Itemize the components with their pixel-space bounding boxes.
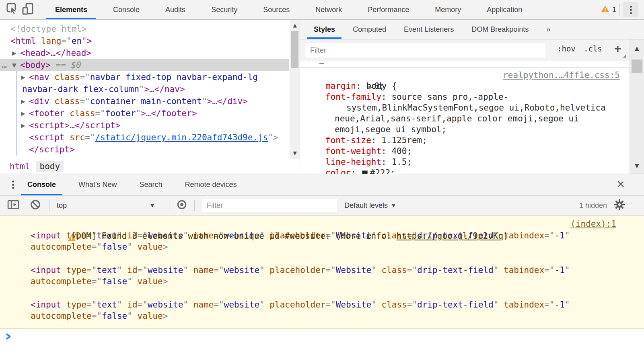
close-drawer-button[interactable] (616, 180, 625, 190)
tab-network[interactable]: Network (307, 0, 351, 19)
tab-security[interactable]: Security (202, 0, 246, 19)
code-token: =" (407, 300, 417, 310)
inspect-element-button[interactable] (5, 2, 20, 17)
color-swatch[interactable] (362, 170, 368, 174)
css-source-link[interactable]: realpython.…4ff1e.css:5 (503, 70, 620, 81)
console-element-preview[interactable]: <input type="text" id="website" name="we… (0, 299, 644, 322)
styles-scrollbar[interactable]: ▲ ▼ (630, 39, 644, 174)
dom-tree-row[interactable]: navbar-dark flex-column">…</nav> (0, 83, 300, 95)
code-token: autocomplete (31, 277, 92, 286)
log-levels-dropdown[interactable]: Default levels ▼ (344, 196, 395, 215)
live-expression-button[interactable] (176, 196, 187, 215)
tree-collapse-arrow-icon[interactable]: ▶ (21, 107, 25, 119)
tab-console[interactable]: Console (104, 0, 148, 19)
drawer-tab-search[interactable]: Search (133, 174, 169, 195)
code-token: =" (544, 300, 554, 310)
clear-console-button[interactable] (30, 196, 41, 215)
css-declaration[interactable]: line-height: 1.5; (300, 157, 630, 168)
code-token: " (127, 311, 132, 321)
code-token: =" (92, 242, 102, 252)
css-declaration[interactable]: emoji,segoe ui symbol; (300, 124, 630, 135)
toggle-element-state-button[interactable]: :hov (557, 44, 576, 53)
styles-pane: body { realpython.…4ff1e.css:5 margin: ▶… (300, 61, 630, 174)
console-settings-button[interactable] (614, 196, 625, 215)
tree-collapse-arrow-icon[interactable]: ▶ (12, 47, 16, 59)
code-token: name (188, 265, 214, 275)
show-console-sidebar-button[interactable] (7, 196, 19, 215)
devtools-menu-button[interactable] (623, 2, 638, 17)
css-colon: : (351, 168, 361, 174)
element-classes-button[interactable]: .cls (584, 44, 602, 53)
css-declaration[interactable]: margin: ▶0; (300, 81, 630, 92)
console-filter-input[interactable] (202, 199, 337, 212)
tab-audits[interactable]: Audits (156, 0, 194, 19)
issues-warning-badge[interactable]: 1 (601, 5, 616, 14)
css-declaration[interactable]: font-weight: 400; (300, 146, 630, 157)
console-element-preview[interactable]: <input type="text" id="website" name="we… (0, 265, 644, 287)
dom-tree-row[interactable]: </script> (0, 144, 300, 156)
javascript-context-selector[interactable]: top ▼ (57, 196, 160, 215)
dom-tree-row[interactable]: ▶<div class="container main-content">…</… (0, 95, 300, 107)
drawer-tab-remote-devices[interactable]: Remote devices (179, 174, 243, 195)
new-style-rule-button[interactable]: + (614, 42, 621, 55)
dom-tree-row[interactable]: ▶<script>…</script> (0, 119, 300, 131)
drawer-menu-button[interactable] (5, 174, 21, 195)
expand-value-arrow-icon[interactable]: ▶ (366, 84, 374, 90)
sidebar-tab-event-listeners[interactable]: Event Listeners (397, 20, 460, 39)
tab-application[interactable]: Application (478, 0, 531, 19)
drawer-tab-what-s-new[interactable]: What's New (72, 174, 123, 195)
sidebar-tab-dom-breakpoints[interactable]: DOM Breakpoints (465, 20, 535, 39)
chevron-down-icon: ▼ (392, 203, 395, 208)
dom-tree-row[interactable]: ▶<nav class="navbar fixed-top navbar-exp… (0, 71, 300, 83)
code-token: drip-text-field (417, 300, 494, 310)
breadcrumb-item-body[interactable]: body (36, 161, 64, 172)
code-token: class (377, 265, 407, 275)
gear-icon (614, 199, 625, 212)
scroll-up-arrow-icon[interactable]: ▲ (630, 45, 644, 51)
scrollbar-thumb[interactable] (632, 59, 642, 73)
dom-tree-row[interactable]: <!doctype html> (0, 23, 300, 35)
tab-performance[interactable]: Performance (359, 0, 418, 19)
scrollbar-thumb[interactable] (291, 31, 298, 68)
console-source-link[interactable]: (index):1 (570, 218, 616, 230)
tab-memory[interactable]: Memory (426, 0, 470, 19)
dom-tree-row[interactable]: …▼<body> == $0 (0, 59, 289, 71)
overflow-menu-dots-icon[interactable]: … (2, 59, 7, 71)
tree-collapse-arrow-icon[interactable]: ▶ (21, 71, 25, 83)
code-token[interactable]: /static/jquery.min.220afd743d9e.js (95, 133, 268, 142)
css-declaration[interactable]: neue,Arial,sans-serif,apple color emoji,… (300, 113, 630, 124)
css-selector-line[interactable]: body { realpython.…4ff1e.css:5 (300, 70, 630, 81)
code-token: " (565, 265, 570, 275)
css-declaration[interactable]: font-size: 1.125rem; (300, 135, 630, 146)
breadcrumb-item-html[interactable]: html (6, 161, 34, 172)
drawer-tab-console[interactable]: Console (21, 174, 62, 195)
dom-tree-row[interactable]: ▶<head>…</head> (0, 47, 300, 59)
sidebar-tab-computed[interactable]: Computed (346, 20, 393, 39)
sidebar-tab-styles[interactable]: Styles (307, 20, 342, 39)
dom-tree-row[interactable]: <script src="/static/jquery.min.220afd74… (0, 131, 300, 144)
tree-collapse-arrow-icon[interactable]: ▶ (21, 119, 25, 131)
sidebar-tab-[interactable]: » (540, 20, 557, 39)
close-icon (617, 180, 625, 190)
elements-scrollbar[interactable]: ▲ ▼ (290, 20, 300, 159)
scroll-down-arrow-icon[interactable]: ▼ (290, 150, 300, 156)
styles-filter-input[interactable] (305, 43, 545, 57)
warning-more-info-link[interactable]: https://goo.gl/9p2vKq (397, 231, 504, 241)
scroll-up-arrow-icon[interactable]: ▲ (290, 22, 300, 29)
css-declaration[interactable]: system,BlinkMacSystemFont,segoe ui,Robot… (300, 103, 630, 113)
device-toolbar-button[interactable] (20, 2, 35, 17)
code-token: =" (325, 265, 335, 275)
tree-expand-arrow-icon[interactable]: ▼ (12, 59, 16, 71)
scroll-down-arrow-icon[interactable]: ▼ (630, 162, 644, 169)
css-declaration[interactable]: font-family: source sans pro,-apple- (300, 92, 630, 103)
code-token: <nav (29, 72, 49, 82)
dom-tree-row[interactable]: <html lang="en"> (0, 35, 300, 47)
code-token: en (72, 36, 82, 46)
css-declaration[interactable]: color: #222; (300, 168, 630, 174)
code-token: =" (544, 231, 554, 240)
dom-tree-row[interactable]: ▶<footer class="footer">…</footer> (0, 107, 300, 119)
tree-collapse-arrow-icon[interactable]: ▶ (21, 95, 25, 107)
tab-elements[interactable]: Elements (46, 0, 96, 19)
code-token: <input (31, 265, 61, 275)
tab-sources[interactable]: Sources (254, 0, 298, 19)
